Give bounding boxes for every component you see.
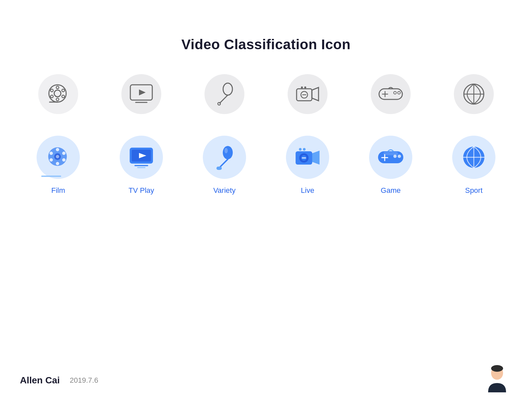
live-gray-col [266,72,349,116]
tvplay-blue-icon-wrapper [120,136,163,179]
gamepad-blue-icon [377,147,405,167]
film-blue-icon-wrapper [37,136,80,179]
game-blue-col: Game [349,136,432,195]
variety-blue-icon-wrapper [203,136,246,179]
svg-point-3 [56,98,59,101]
film-reel-gray-icon [46,82,70,106]
film-blue-col: Film [17,136,100,195]
microphone-gray-icon [213,82,236,106]
tv-play-blue-icon [128,146,154,168]
svg-point-6 [51,89,53,92]
svg-point-4 [51,95,53,98]
microphone-blue-icon [213,144,236,171]
svg-point-14 [218,102,220,105]
live-blue-icon-wrapper [286,136,329,179]
camera-gray-icon [295,84,320,104]
colored-icon-row: Film TV Play [0,136,532,195]
svg-point-38 [56,155,59,158]
avatar [482,362,512,392]
svg-point-34 [62,158,66,162]
svg-point-36 [62,152,66,155]
film-reel-blue-icon [46,145,71,170]
basketball-gray-icon [462,82,485,106]
svg-marker-10 [139,89,146,95]
svg-point-24 [394,91,396,94]
live-label: Live [301,186,314,195]
film-gray-icon-wrapper [37,72,80,116]
tv-play-gray-icon [129,83,154,105]
svg-rect-56 [383,152,398,155]
svg-marker-18 [312,87,319,101]
tvplay-blue-col: TV Play [100,136,183,195]
gamepad-gray-icon [378,85,404,103]
film-label: Film [51,186,65,195]
variety-gray-col [183,72,266,116]
sport-blue-col: Sport [432,136,515,195]
svg-point-25 [398,91,400,94]
sport-gray-icon-wrapper [452,72,495,116]
variety-label: Variety [213,186,236,195]
variety-blue-col: Variety [183,136,266,195]
svg-point-31 [56,148,59,151]
svg-point-19 [301,86,303,88]
game-gray-col [349,72,432,116]
svg-point-35 [50,152,53,155]
game-blue-icon-wrapper [369,136,412,179]
svg-point-33 [50,158,53,162]
sport-gray-col [432,72,515,116]
author-name: Allen Cai [20,375,60,386]
sport-blue-icon-wrapper [452,136,495,179]
variety-gray-icon-wrapper [203,72,246,116]
author-date: 2019.7.6 [70,376,98,385]
game-gray-icon-wrapper [369,72,412,116]
gray-icon-row [0,72,532,116]
svg-point-59 [393,155,397,158]
tvplay-gray-col [100,72,183,116]
svg-rect-47 [216,167,222,170]
svg-point-20 [304,86,306,88]
svg-point-1 [54,90,61,97]
svg-point-45 [224,148,228,153]
svg-point-7 [62,89,65,92]
page-title: Video Classification Icon [0,0,532,53]
svg-line-13 [220,95,228,103]
camera-blue-icon [294,146,321,169]
film-gray-col [17,72,100,116]
svg-point-53 [299,148,302,151]
live-blue-col: Live [266,136,349,195]
author-section: Allen Cai 2019.7.6 [20,375,98,386]
game-label: Game [381,186,401,195]
svg-point-44 [223,146,233,159]
svg-point-0 [49,85,66,102]
svg-point-54 [303,148,306,151]
basketball-blue-icon [462,145,486,170]
svg-point-65 [491,365,503,372]
svg-point-32 [56,162,59,165]
svg-point-60 [398,155,401,158]
tvplay-label: TV Play [128,186,154,195]
svg-point-2 [56,86,59,89]
sport-label: Sport [465,186,483,195]
svg-point-5 [62,95,65,98]
live-gray-icon-wrapper [286,72,329,116]
svg-marker-52 [312,151,320,165]
svg-point-12 [223,83,232,95]
tvplay-gray-icon-wrapper [120,72,163,116]
